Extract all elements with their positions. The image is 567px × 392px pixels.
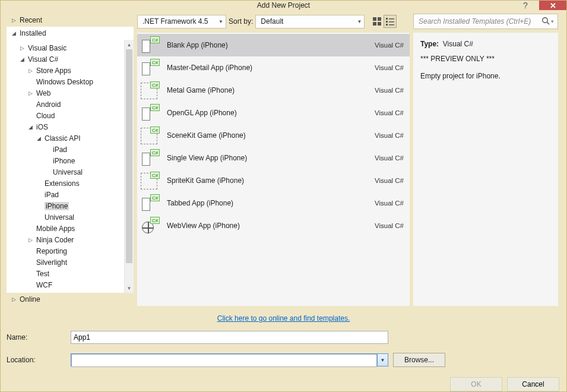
chevron-right-icon: ▷ [10,296,17,302]
list-icon [386,17,394,26]
template-name: Single View App (iPhone) [167,154,368,162]
template-item[interactable]: C#Single View App (iPhone)Visual C# [137,147,410,169]
tree-item[interactable]: iPad [10,144,124,155]
tree-item[interactable]: Mobile Apps [10,223,124,234]
location-input[interactable] [71,354,377,367]
template-language: Visual C# [375,87,404,94]
name-row: Name: [7,330,560,345]
tree-item-label: Ninja Coder [36,236,74,244]
tree-item-label: Classic API [45,134,81,143]
tree-item[interactable]: Windows Desktop [10,76,124,87]
templates-toolbar: .NET Framework 4.5 ▼ Sort by: Default ▼ [137,14,410,29]
dialog-window: Add New Project ? ✕ ▷ Recent ◢ Installed… [0,0,567,392]
template-icon: C# [141,104,160,122]
tree-scrollbar[interactable]: ▲ ▼ [124,40,134,293]
template-language: Visual C# [375,177,404,184]
template-detail: Type: Visual C# *** PREVIEW ONLY *** Emp… [413,33,558,306]
tree-item[interactable]: Reporting [10,245,124,257]
location-row: Location: ▼ Browse... [7,352,560,368]
template-item[interactable]: C#SpriteKit Game (iPhone)Visual C# [137,169,410,192]
chevron-right-icon: ▷ [27,237,34,243]
view-list-button[interactable] [384,15,397,28]
tree-item[interactable]: ▷Web [10,87,124,99]
templates-pane: .NET Framework 4.5 ▼ Sort by: Default ▼ [137,14,410,306]
name-label: Name: [7,333,66,342]
svg-rect-1 [378,17,381,21]
grid-icon [373,17,381,26]
tree-item-label: Mobile Apps [36,225,75,233]
tree-item-label: iPad [45,191,59,199]
framework-dropdown[interactable]: .NET Framework 4.5 ▼ [137,15,226,29]
tree-item[interactable]: Test [10,268,124,279]
template-item[interactable]: C#SceneKit Game (iPhone)Visual C# [137,124,410,147]
scrollbar-track[interactable] [125,49,134,283]
tree-item-label: Web [36,89,50,97]
tree-item[interactable]: Silverlight [10,257,124,268]
dialog-buttons: OK Cancel [7,377,560,391]
tree-item[interactable]: ◢iOS [10,121,124,132]
tree-item[interactable]: WCF [10,279,124,290]
ok-button[interactable]: OK [450,377,502,391]
view-grid-button[interactable] [370,15,384,28]
tree-node-online[interactable]: ▷ Online [7,293,134,306]
search-input[interactable] [417,17,541,26]
tree-item[interactable]: ▷Visual Basic [10,42,124,53]
tree-item[interactable]: Android [10,99,124,110]
tree-node-recent[interactable]: ▷ Recent [7,14,134,27]
tree-item[interactable]: Universal [10,211,124,223]
scrollbar-down-icon[interactable]: ▼ [125,283,134,293]
svg-rect-0 [373,17,376,21]
help-button[interactable]: ? [512,1,539,10]
window-controls: ? ✕ [512,1,566,10]
tree-item[interactable]: Cloud [10,110,124,121]
scrollbar-up-icon[interactable]: ▲ [125,40,134,49]
scrollbar-thumb[interactable] [126,49,132,263]
tree-item[interactable]: ◢Classic API [10,132,124,144]
chevron-down-icon: ◢ [18,56,26,62]
location-combobox[interactable]: ▼ [71,353,388,366]
cancel-button[interactable]: Cancel [507,377,559,391]
template-item[interactable]: C#Master-Detail App (iPhone)Visual C# [137,56,410,79]
window-title: Add New Project [257,1,310,10]
search-icon [541,17,550,27]
tree-label-installed: Installed [20,29,46,37]
tree-item[interactable]: ▷Store Apps [10,65,124,76]
location-label: Location: [7,356,66,364]
tree-item[interactable]: Extensions [10,178,124,189]
browse-button[interactable]: Browse... [393,353,445,367]
template-icon: C# [141,172,160,189]
view-mode-toggle [370,15,397,28]
svg-rect-6 [386,21,388,23]
tree-item-label: Test [36,270,49,278]
tree-item[interactable]: iPhone [10,200,124,211]
tree-item[interactable]: iPad [10,189,124,200]
chevron-right-icon: ▷ [18,45,26,51]
template-icon: C# [141,36,160,54]
tree-item[interactable]: iPhone [10,155,124,166]
online-templates-link[interactable]: Click here to go online and find templat… [217,314,350,323]
template-list: C#Blank App (iPhone)Visual C#C#Master-De… [137,33,410,306]
tree-item[interactable]: Universal [10,166,124,178]
sort-dropdown[interactable]: Default ▼ [255,15,365,29]
chevron-down-icon[interactable]: ▼ [377,354,388,366]
template-item[interactable]: C#WebView App (iPhone)Visual C# [137,214,410,237]
search-box[interactable]: ▾ [413,14,558,29]
template-name: SpriteKit Game (iPhone) [167,176,368,185]
titlebar: Add New Project ? ✕ [1,1,566,10]
template-name: Master-Detail App (iPhone) [167,64,368,72]
template-item[interactable]: C#Blank App (iPhone)Visual C# [137,34,410,56]
name-input[interactable] [71,331,388,344]
template-name: Tabbed App (iPhone) [167,199,368,207]
template-item[interactable]: C#Metal Game (iPhone)Visual C# [137,79,410,102]
tree-node-installed[interactable]: ◢ Installed [7,27,134,40]
close-button[interactable]: ✕ [539,1,566,10]
tree-item[interactable]: ◢Visual C# [10,53,124,65]
svg-rect-4 [386,18,388,20]
chevron-down-icon: ▼ [357,19,362,24]
template-item[interactable]: C#OpenGL App (iPhone)Visual C# [137,102,410,124]
tree-item[interactable]: ▷Ninja Coder [10,234,124,245]
svg-rect-9 [389,24,394,26]
sort-value: Default [261,17,283,26]
template-item[interactable]: C#Tabbed App (iPhone)Visual C# [137,192,410,214]
chevron-down-icon: ◢ [10,30,17,36]
